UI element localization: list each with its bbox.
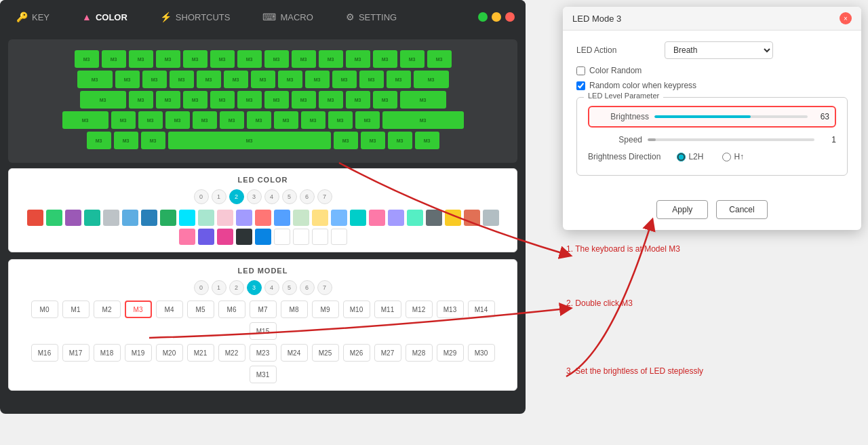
key-m3[interactable]: M3 xyxy=(77,71,113,88)
color-tab-7[interactable]: 7 xyxy=(317,189,332,204)
nav-setting[interactable]: ⚙ SETTING xyxy=(340,7,402,26)
swatch[interactable] xyxy=(255,229,271,245)
model-tab-1[interactable]: 1 xyxy=(212,280,226,295)
model-m21[interactable]: M21 xyxy=(187,344,214,362)
model-m14[interactable]: M14 xyxy=(468,301,495,318)
key-m3[interactable]: M3 xyxy=(156,50,180,68)
key-m3[interactable]: M3 xyxy=(359,71,384,88)
model-m12[interactable]: M12 xyxy=(406,301,433,318)
color-tab-4[interactable]: 4 xyxy=(264,189,279,204)
key-m3[interactable]: M3 xyxy=(292,50,316,68)
key-m3[interactable]: M3 xyxy=(224,71,248,88)
key-m3[interactable]: M3 xyxy=(388,132,412,149)
model-tab-7[interactable]: 7 xyxy=(317,280,332,295)
key-m3[interactable]: M3 xyxy=(87,132,111,149)
key-m3[interactable]: M3 xyxy=(274,111,298,129)
key-m3[interactable]: M3 xyxy=(141,132,165,149)
model-m3[interactable]: M3 xyxy=(125,301,152,318)
model-m7[interactable]: M7 xyxy=(250,301,277,318)
model-m20[interactable]: M20 xyxy=(156,344,183,362)
swatch-empty[interactable] xyxy=(274,229,290,245)
model-m19[interactable]: M19 xyxy=(125,344,152,362)
color-tab-2[interactable]: 2 xyxy=(229,189,244,204)
swatch[interactable] xyxy=(274,210,290,226)
swatch[interactable] xyxy=(160,210,176,226)
model-m13[interactable]: M13 xyxy=(437,301,464,318)
swatch[interactable] xyxy=(84,210,100,226)
key-m3[interactable]: M3 xyxy=(328,111,353,129)
key-m3[interactable]: M3 xyxy=(400,91,446,109)
color-tab-6[interactable]: 6 xyxy=(300,189,315,204)
model-m4[interactable]: M4 xyxy=(156,301,183,318)
key-m3[interactable]: M3 xyxy=(102,50,126,68)
key-m3[interactable]: M3 xyxy=(210,91,235,109)
swatch[interactable] xyxy=(388,210,404,226)
model-m27[interactable]: M27 xyxy=(374,344,401,362)
key-m3[interactable]: M3 xyxy=(264,50,289,68)
key-m3[interactable]: M3 xyxy=(382,111,464,129)
key-m3[interactable]: M3 xyxy=(332,71,357,88)
key-m3[interactable]: M3 xyxy=(62,111,108,129)
swatch[interactable] xyxy=(369,210,385,226)
color-tab-1[interactable]: 1 xyxy=(212,189,226,204)
model-m31[interactable]: M31 xyxy=(250,366,277,383)
key-m3[interactable]: M3 xyxy=(197,71,221,88)
key-m3[interactable]: M3 xyxy=(301,111,326,129)
key-m3[interactable]: M3 xyxy=(237,91,262,109)
swatch[interactable] xyxy=(103,210,119,226)
swatch[interactable] xyxy=(217,229,233,245)
model-tab-2[interactable]: 2 xyxy=(229,280,244,295)
model-m29[interactable]: M29 xyxy=(437,344,464,362)
swatch[interactable] xyxy=(179,229,195,245)
swatch[interactable] xyxy=(198,229,214,245)
model-m2[interactable]: M2 xyxy=(94,301,121,318)
key-m3[interactable]: M3 xyxy=(387,71,411,88)
model-m30[interactable]: M30 xyxy=(468,344,495,362)
nav-macro[interactable]: ⌨ MACRO xyxy=(257,7,318,26)
key-m3[interactable]: M3 xyxy=(129,50,153,68)
swatch[interactable] xyxy=(293,210,309,226)
swatch[interactable] xyxy=(483,210,499,226)
swatch[interactable] xyxy=(217,210,233,226)
color-random-checkbox[interactable] xyxy=(576,66,585,75)
swatch[interactable] xyxy=(426,210,442,226)
model-m8[interactable]: M8 xyxy=(281,301,308,318)
swatch-empty[interactable] xyxy=(331,229,347,245)
key-m3[interactable]: M3 xyxy=(373,50,397,68)
model-m0[interactable]: M0 xyxy=(31,301,58,318)
color-tab-3[interactable]: 3 xyxy=(247,189,262,204)
key-m3[interactable]: M3 xyxy=(361,132,385,149)
key-m3[interactable]: M3 xyxy=(80,91,126,109)
swatch[interactable] xyxy=(179,210,195,226)
key-m3[interactable]: M3 xyxy=(247,111,271,129)
key-m3[interactable]: M3 xyxy=(355,111,380,129)
model-m16[interactable]: M16 xyxy=(31,344,58,362)
win-maximize[interactable] xyxy=(478,12,488,22)
model-m9[interactable]: M9 xyxy=(312,301,339,318)
swatch[interactable] xyxy=(198,210,214,226)
win-close[interactable] xyxy=(505,12,515,22)
key-m3[interactable]: M3 xyxy=(264,91,289,109)
swatch[interactable] xyxy=(407,210,423,226)
key-m3[interactable]: M3 xyxy=(129,91,153,109)
key-m3[interactable]: M3 xyxy=(251,71,275,88)
swatch[interactable] xyxy=(464,210,480,226)
swatch[interactable] xyxy=(331,210,347,226)
swatch[interactable] xyxy=(236,229,252,245)
key-m3[interactable]: M3 xyxy=(334,132,358,149)
key-m3[interactable]: M3 xyxy=(292,91,316,109)
key-m3[interactable]: M3 xyxy=(170,71,194,88)
cancel-button[interactable]: Cancel xyxy=(716,200,767,219)
swatch[interactable] xyxy=(65,210,81,226)
model-m22[interactable]: M22 xyxy=(218,344,245,362)
model-m11[interactable]: M11 xyxy=(374,301,401,318)
key-m3[interactable]: M3 xyxy=(142,71,167,88)
led-action-select[interactable]: Breath Static Wave xyxy=(665,41,773,59)
key-m3[interactable]: M3 xyxy=(111,111,136,129)
key-m3[interactable]: M3 xyxy=(414,71,449,88)
swatch[interactable] xyxy=(141,210,157,226)
model-m26[interactable]: M26 xyxy=(343,344,370,362)
nav-shortcuts[interactable]: ⚡ SHORTCUTS xyxy=(155,7,236,26)
color-tab-5[interactable]: 5 xyxy=(282,189,297,204)
key-m3[interactable]: M3 xyxy=(319,91,343,109)
